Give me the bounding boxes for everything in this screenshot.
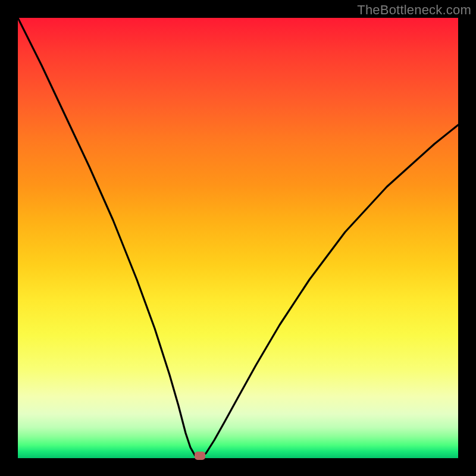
chart-frame: TheBottleneck.com — [0, 0, 476, 476]
watermark-text: TheBottleneck.com — [357, 2, 471, 18]
plot-area — [18, 18, 458, 458]
optimal-point-marker — [195, 452, 205, 460]
bottleneck-curve — [18, 18, 458, 458]
